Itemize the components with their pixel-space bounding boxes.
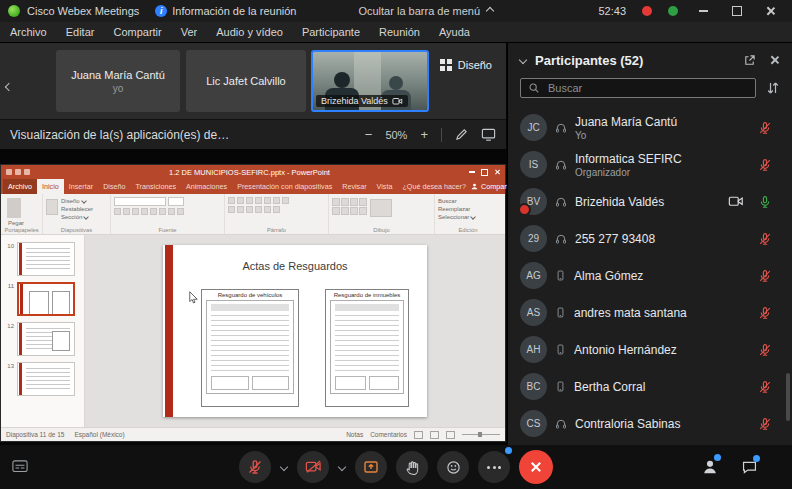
captions-button[interactable] [12,460,28,472]
ppt-window-title: 1.2 DE MUNICIPIOS-SEFIRC.pptx - PowerPoi… [34,168,465,177]
layout-button[interactable]: Diseño [440,59,492,71]
video-tile[interactable]: Lic Jafet Calvillo [186,50,306,112]
participant-row[interactable]: BC Bertha Corral [508,368,792,405]
ppt-tab-inicio: Inicio [37,179,64,194]
stop-video-button[interactable] [297,451,329,483]
share-screen-button[interactable] [355,451,387,483]
zoom-level[interactable]: 50% [385,129,407,141]
video-options-chevron[interactable] [338,463,346,471]
ppt-ribbon-tabs: Archivo Inicio Insertar Diseño Transicio… [1,179,505,194]
participant-role: Organizador [575,167,750,178]
participants-panel-button[interactable] [701,458,719,476]
menu-participante[interactable]: Participante [302,26,360,38]
pop-out-icon[interactable] [743,54,756,67]
participant-name: Informatica SEFIRC [575,152,750,166]
participant-search[interactable] [520,78,756,98]
avatar: BV [520,188,547,215]
raise-hand-button[interactable] [396,451,428,483]
mute-button[interactable] [239,451,271,483]
menu-ayuda[interactable]: Ayuda [439,26,470,38]
menu-reunion[interactable]: Reunión [379,26,420,38]
participant-name: Antonio Hernández [574,343,750,357]
video-tile-active-speaker[interactable]: Brizehida Valdés [311,50,429,112]
raise-hand-icon [405,460,420,475]
mic-muted-icon[interactable] [758,232,772,246]
participants-title: Participantes (52) [535,53,643,68]
minimize-button[interactable] [694,3,712,19]
mouse-cursor [189,291,198,305]
menu-ver[interactable]: Ver [181,26,198,38]
headset-icon [555,418,567,430]
search-icon [528,82,540,94]
participant-row[interactable]: 29 255 277 93408 [508,220,792,257]
zoom-in-button[interactable]: + [420,127,428,142]
scrollbar[interactable] [786,373,790,421]
avatar: AG [520,262,547,289]
participant-row[interactable]: BV Brizehida Valdés [508,183,792,220]
annotate-pen-icon[interactable] [455,128,468,141]
fullscreen-monitor-icon[interactable] [481,128,496,141]
zoom-out-button[interactable]: − [365,127,373,142]
audio-options-chevron[interactable] [280,463,288,471]
sort-participants-icon[interactable] [766,81,780,95]
video-tile-self[interactable]: Juana María Cantú yo [56,50,180,112]
close-panel-icon[interactable] [770,55,780,65]
view-icon [446,431,455,439]
hide-menu-bar-button[interactable]: Ocultar la barra de menú [358,5,493,17]
mic-muted-icon[interactable] [758,380,772,394]
panel-open-dot [714,454,721,461]
ppt-tab-transiciones: Transiciones [131,179,181,194]
search-input[interactable] [546,81,748,95]
mobile-phone-icon [555,307,566,318]
leave-meeting-button[interactable] [519,450,553,484]
video-thumbnail-strip: Juana María Cantú yo Lic Jafet Calvillo … [0,43,506,119]
participant-row[interactable]: JC Juana María Cantú Yo [508,109,792,146]
collapse-panel-chevron-icon[interactable] [519,56,527,64]
mic-muted-icon[interactable] [758,121,772,135]
webex-meeting-window: Cisco Webex Meetings i Información de la… [0,0,792,489]
close-button[interactable] [762,3,780,19]
headset-icon [555,159,567,171]
meeting-info-button[interactable]: i Información de la reunión [155,5,296,17]
scroll-videos-left-button[interactable] [6,76,12,94]
mic-muted-icon[interactable] [758,158,772,172]
ppt-title-bar: 1.2 DE MUNICIPIOS-SEFIRC.pptx - PowerPoi… [1,165,505,179]
ppt-thumbnail: 13 [1,359,84,399]
ppt-tab-ayuda-buscar: ¿Qué desea hacer? [397,179,471,194]
ppt-current-slide: Actas de Resguardos Resguardo de vehícul… [163,245,427,417]
ppt-status-bar: Diapositiva 11 de 15 Español (México) No… [1,427,505,441]
menu-audio-video[interactable]: Audio y vídeo [216,26,283,38]
view-icon [430,431,439,439]
ppt-group-parrafo: Párrafo [225,194,329,234]
app-title: Cisco Webex Meetings [27,5,139,17]
ppt-thumbnail: 12 [1,319,84,359]
mic-muted-icon[interactable] [758,343,772,357]
mic-muted-icon[interactable] [758,269,772,283]
more-options-button[interactable] [478,451,510,483]
participant-name: Juana María Cantú [575,115,750,129]
reactions-button[interactable] [437,451,469,483]
ppt-group-dibujo: Dibujo [329,194,435,234]
mic-muted-icon[interactable] [758,306,772,320]
smiley-icon [446,460,461,475]
ppt-tab-diseno: Diseño [98,179,130,194]
participant-row[interactable]: IS Informatica SEFIRC Organizador [508,146,792,183]
camera-icon [392,97,403,106]
participant-row[interactable]: AH Antonio Hernández [508,331,792,368]
maximize-button[interactable] [728,3,746,19]
mic-on-icon[interactable] [758,195,772,209]
participant-row[interactable]: CS Contraloria Sabinas [508,405,792,442]
menu-archivo[interactable]: Archivo [10,26,47,38]
chat-panel-button[interactable] [741,459,758,476]
participant-row[interactable]: AS andres mata santana [508,294,792,331]
camera-on-icon[interactable] [728,195,744,207]
ppt-tab-revisar: Revisar [337,179,371,194]
title-bar: Cisco Webex Meetings i Información de la… [0,0,792,22]
resguardo-inmuebles-figure: Resguardo de inmuebles [325,289,409,407]
connection-indicator-icon [668,6,678,16]
menu-editar[interactable]: Editar [66,26,95,38]
mic-muted-icon[interactable] [758,417,772,431]
participant-row[interactable]: AG Alma Gómez [508,257,792,294]
menu-compartir[interactable]: Compartir [113,26,161,38]
camera-muted-icon [305,460,322,473]
